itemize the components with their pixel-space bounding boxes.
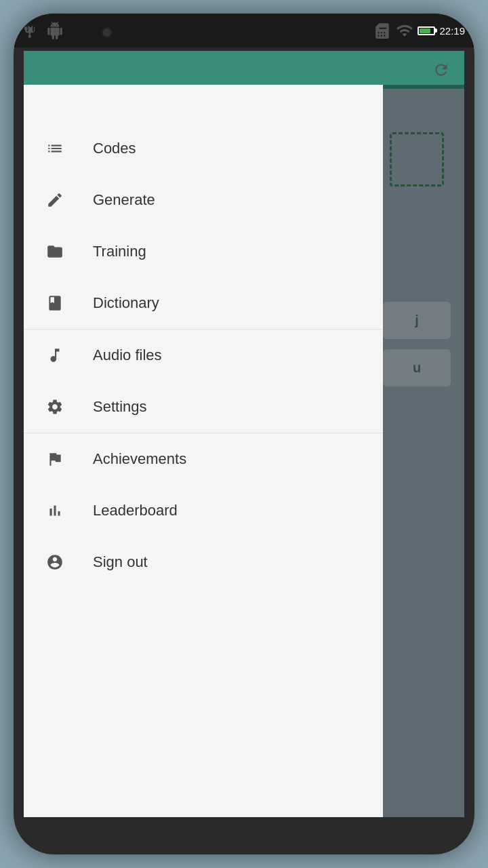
nav-item-sign-out[interactable]: Sign out	[24, 536, 383, 588]
nav-item-codes[interactable]: Codes	[24, 123, 383, 174]
flag-icon	[44, 448, 66, 470]
status-icons-right: 22:19	[374, 22, 465, 39]
gear-icon	[44, 396, 66, 418]
nav-item-achievements[interactable]: Achievements	[24, 433, 383, 485]
nav-label-sign-out: Sign out	[93, 553, 148, 571]
status-icons-left	[23, 22, 64, 39]
app-toolbar	[24, 51, 464, 89]
nav-label-achievements: Achievements	[93, 450, 186, 468]
music-icon	[44, 344, 66, 366]
drawer-header	[24, 85, 383, 123]
nav-item-leaderboard[interactable]: Leaderboard	[24, 485, 383, 536]
bar-chart-icon	[44, 500, 66, 521]
list-icon	[44, 138, 66, 159]
nav-label-settings: Settings	[93, 398, 147, 416]
screen: j u Codes	[24, 51, 464, 817]
nav-label-generate: Generate	[93, 191, 155, 209]
folder-icon	[44, 241, 66, 262]
usb-icon	[23, 22, 41, 39]
nav-group-2: Audio files Settings	[24, 330, 383, 433]
pencil-icon	[44, 189, 66, 211]
nav-item-dictionary[interactable]: Dictionary	[24, 277, 383, 329]
status-time: 22:19	[439, 25, 465, 37]
account-icon	[44, 551, 66, 573]
signal-icon	[396, 22, 413, 39]
nav-item-settings[interactable]: Settings	[24, 381, 383, 433]
nav-item-audio-files[interactable]: Audio files	[24, 330, 383, 381]
nav-item-training[interactable]: Training	[24, 226, 383, 277]
nav-group-3: Achievements Leaderboard	[24, 433, 383, 588]
nav-label-dictionary: Dictionary	[93, 294, 159, 312]
nav-group-1: Codes Generate T	[24, 123, 383, 329]
nav-item-generate[interactable]: Generate	[24, 174, 383, 226]
nav-drawer: Codes Generate T	[24, 85, 383, 817]
nav-label-codes: Codes	[93, 140, 136, 157]
nav-label-leaderboard: Leaderboard	[93, 502, 178, 519]
nav-label-training: Training	[93, 243, 146, 260]
android-icon	[46, 22, 64, 39]
book-icon	[44, 292, 66, 314]
refresh-button[interactable]	[426, 55, 456, 85]
sim-icon	[374, 22, 392, 39]
nav-label-audio-files: Audio files	[93, 347, 162, 364]
battery-icon	[418, 26, 435, 35]
